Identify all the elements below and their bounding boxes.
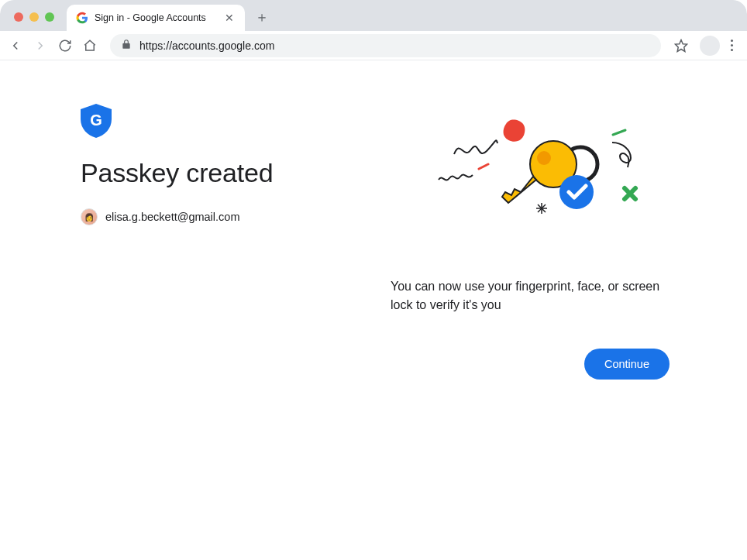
window-zoom-icon[interactable] (45, 12, 54, 22)
page-content: G Passkey created 👩 elisa.g.beckett@gmai… (0, 60, 747, 560)
lock-icon (121, 39, 132, 53)
svg-line-2 (613, 130, 625, 135)
address-bar[interactable]: https://accounts.google.com (110, 34, 661, 57)
account-avatar-icon: 👩 (81, 208, 98, 225)
window-close-icon[interactable] (14, 12, 23, 22)
continue-button[interactable]: Continue (584, 349, 670, 380)
reload-button[interactable] (57, 38, 73, 53)
svg-text:G: G (90, 112, 102, 129)
url-text: https://accounts.google.com (139, 40, 274, 52)
svg-marker-0 (676, 40, 687, 51)
browser-tab-strip: Sign in - Google Accounts ✕ ＋ (0, 0, 747, 31)
key-icon (499, 132, 600, 209)
profile-avatar[interactable] (700, 36, 720, 56)
tab-close-icon[interactable]: ✕ (223, 12, 236, 24)
browser-menu-button[interactable] (731, 40, 733, 51)
description-text: You can now use your fingerprint, face, … (391, 277, 670, 314)
google-shield-icon: G (81, 104, 112, 138)
svg-line-7 (479, 164, 488, 169)
tab-title: Sign in - Google Accounts (95, 12, 217, 23)
home-button[interactable] (82, 38, 98, 53)
window-minimize-icon[interactable] (29, 12, 39, 22)
forward-button (33, 38, 48, 53)
browser-toolbar: https://accounts.google.com (0, 31, 747, 60)
page-title: Passkey created (81, 158, 344, 188)
window-controls (0, 12, 67, 31)
check-badge-icon (559, 175, 594, 209)
browser-tab[interactable]: Sign in - Google Accounts ✕ (67, 5, 245, 31)
account-email: elisa.g.beckett@gmail.com (105, 211, 239, 223)
account-chip[interactable]: 👩 elisa.g.beckett@gmail.com (81, 208, 344, 225)
google-favicon-icon (76, 12, 88, 24)
new-tab-button[interactable]: ＋ (251, 6, 273, 28)
bookmark-star-icon[interactable] (673, 38, 689, 53)
back-button[interactable] (8, 38, 23, 53)
passkey-illustration (391, 112, 670, 251)
svg-point-10 (537, 151, 551, 165)
